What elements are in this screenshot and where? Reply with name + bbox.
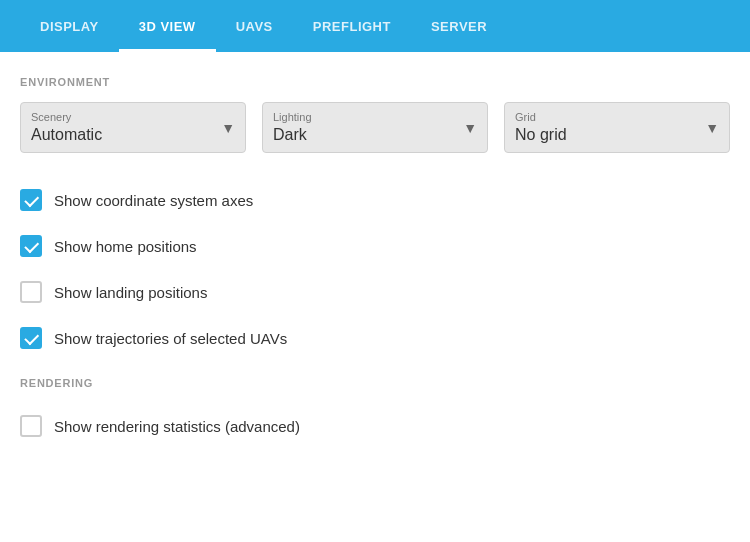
checkbox-landing-positions[interactable]: Show landing positions: [20, 269, 730, 315]
tab-uavs[interactable]: UAVS: [216, 0, 293, 52]
checkbox-render-stats-label: Show rendering statistics (advanced): [54, 418, 300, 435]
checkbox-home-positions-label: Show home positions: [54, 238, 197, 255]
tab-preflight[interactable]: PREFLIGHT: [293, 0, 411, 52]
checkbox-coord-axes-label: Show coordinate system axes: [54, 192, 253, 209]
environment-section: ENVIRONMENT Scenery Automatic ▼ Lighting…: [20, 76, 730, 361]
rendering-label: RENDERING: [20, 377, 730, 389]
lighting-dropdown[interactable]: Lighting Dark ▼: [262, 102, 488, 153]
scenery-arrow-icon: ▼: [221, 120, 235, 136]
header: DISPLAY 3D VIEW UAVS PREFLIGHT SERVER: [0, 0, 750, 52]
content-area: ENVIRONMENT Scenery Automatic ▼ Lighting…: [0, 52, 750, 473]
grid-dropdown[interactable]: Grid No grid ▼: [504, 102, 730, 153]
checkbox-coord-axes-box[interactable]: [20, 189, 42, 211]
checkbox-home-positions-box[interactable]: [20, 235, 42, 257]
checkbox-home-positions[interactable]: Show home positions: [20, 223, 730, 269]
checkbox-render-stats[interactable]: Show rendering statistics (advanced): [20, 403, 730, 449]
checkbox-landing-positions-label: Show landing positions: [54, 284, 207, 301]
environment-checkboxes: Show coordinate system axes Show home po…: [20, 177, 730, 361]
checkbox-trajectories-box[interactable]: [20, 327, 42, 349]
rendering-checkboxes: Show rendering statistics (advanced): [20, 403, 730, 449]
tab-3dview[interactable]: 3D VIEW: [119, 0, 216, 52]
checkbox-coord-axes[interactable]: Show coordinate system axes: [20, 177, 730, 223]
lighting-value: Dark: [273, 126, 477, 144]
scenery-label: Scenery: [31, 111, 235, 123]
tab-server[interactable]: SERVER: [411, 0, 507, 52]
grid-label: Grid: [515, 111, 719, 123]
scenery-dropdown[interactable]: Scenery Automatic ▼: [20, 102, 246, 153]
lighting-arrow-icon: ▼: [463, 120, 477, 136]
lighting-label: Lighting: [273, 111, 477, 123]
grid-arrow-icon: ▼: [705, 120, 719, 136]
checkbox-trajectories[interactable]: Show trajectories of selected UAVs: [20, 315, 730, 361]
grid-value: No grid: [515, 126, 719, 144]
dropdowns-row: Scenery Automatic ▼ Lighting Dark ▼ Grid…: [20, 102, 730, 153]
scenery-value: Automatic: [31, 126, 235, 144]
checkbox-render-stats-box[interactable]: [20, 415, 42, 437]
rendering-section: RENDERING Show rendering statistics (adv…: [20, 377, 730, 449]
environment-label: ENVIRONMENT: [20, 76, 730, 88]
tab-display[interactable]: DISPLAY: [20, 0, 119, 52]
nav-tabs: DISPLAY 3D VIEW UAVS PREFLIGHT SERVER: [20, 0, 507, 52]
checkbox-trajectories-label: Show trajectories of selected UAVs: [54, 330, 287, 347]
checkbox-landing-positions-box[interactable]: [20, 281, 42, 303]
